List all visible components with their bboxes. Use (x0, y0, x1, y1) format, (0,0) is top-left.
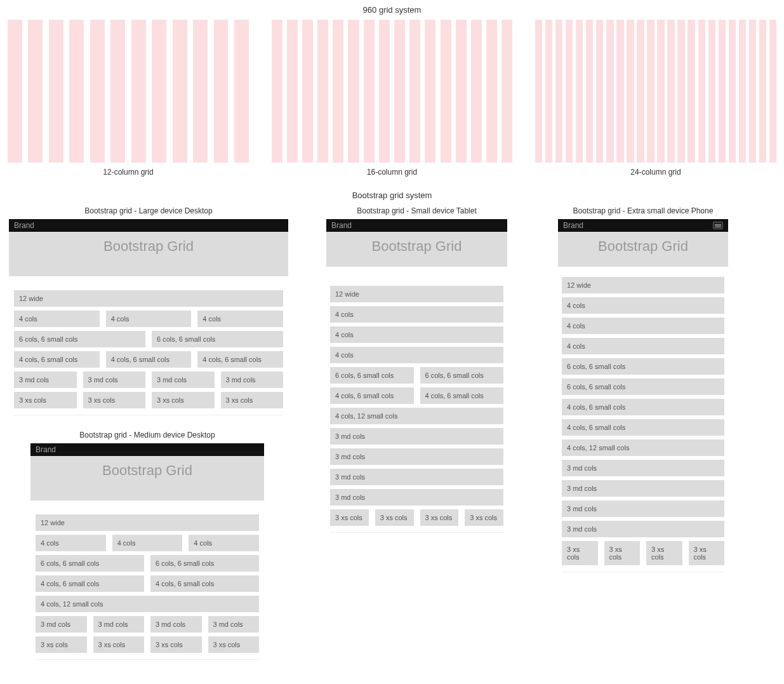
navbar: Brand (9, 219, 288, 232)
grid-column (657, 20, 664, 163)
panel-caption: Bootstrap grid - Medium device Desktop (30, 427, 264, 443)
grid-column (486, 20, 497, 163)
grid-column (173, 20, 187, 163)
grid-column (110, 20, 125, 163)
grid-cell: 3 md cols (221, 372, 284, 388)
grid-cell: 12 wide (562, 277, 724, 293)
grid-column (616, 20, 623, 163)
grid-cell: 4 cols, 6 small cols (14, 351, 100, 368)
grid-column (131, 20, 146, 163)
hamburger-icon[interactable] (713, 222, 723, 229)
navbar: Brand (30, 443, 264, 456)
grid-column (688, 20, 694, 163)
grid-cell: 6 cols, 6 small cols (152, 331, 283, 347)
grid-cell: 3 md cols (330, 448, 503, 465)
grid-column (317, 20, 328, 163)
grid-cell: 4 cols, 6 small cols (150, 575, 259, 592)
grid-column (272, 20, 282, 163)
bootstrap-panels-row: Bootstrap grid - Large device Desktop Br… (0, 203, 784, 671)
grid-column (719, 20, 726, 163)
grid-cell: 3 md cols (562, 480, 724, 497)
grid-cell: 4 cols (36, 535, 106, 551)
grid-cell: 3 xs cols (93, 636, 145, 653)
navbar: Brand (558, 219, 728, 232)
grid-column (769, 20, 776, 163)
grid-cell: 4 cols (330, 347, 503, 363)
grid-cell: 3 xs cols (420, 509, 459, 526)
grid-cell: 3 md cols (562, 500, 724, 517)
grid-cell: 3 md cols (93, 616, 145, 633)
grid-cell: 4 cols (189, 535, 259, 551)
grid-columns (535, 20, 776, 163)
grid-column (759, 20, 766, 163)
grid-cell: 3 md cols (562, 460, 724, 476)
grid-column (566, 20, 573, 163)
grid-cell: 4 cols, 12 small cols (36, 596, 259, 612)
divider (14, 415, 283, 415)
grid-cell: 3 md cols (562, 521, 724, 537)
grid-cell: 4 cols, 6 small cols (330, 387, 414, 404)
grid-demo-12: 12-column grid (8, 20, 249, 182)
grid-cell: 3 md cols (36, 616, 87, 633)
grid-cell: 3 xs cols (465, 509, 503, 526)
grid-cell: 4 cols (330, 326, 503, 343)
grid-column (502, 20, 512, 163)
grid-cell: 3 xs cols (14, 392, 77, 408)
grid-cell: 6 cols, 6 small cols (36, 555, 144, 572)
grid-column (287, 20, 298, 163)
grid-cell: 3 xs cols (152, 392, 215, 408)
grid-cell: 4 cols, 12 small cols (330, 408, 503, 424)
grid-columns (272, 20, 513, 163)
grid-caption: 12-column grid (8, 163, 249, 182)
grid-cell: 3 xs cols (562, 541, 598, 565)
grid-cell: 4 cols, 6 small cols (106, 351, 192, 368)
grid-columns (8, 20, 249, 163)
grid-cell: 3 xs cols (221, 392, 284, 408)
grid-cell: 4 cols, 6 small cols (562, 419, 724, 436)
grid-cell: 6 cols, 6 small cols (562, 358, 724, 375)
grid-column (193, 20, 208, 163)
grid-column (49, 20, 63, 163)
grid-column (647, 20, 654, 163)
panel-caption: Bootstrap grid - Small device Tablet (326, 203, 507, 219)
grid-cell: 3 xs cols (150, 636, 202, 653)
grid-column (69, 20, 84, 163)
grid-caption: 16-column grid (272, 163, 513, 182)
panel-caption: Bootstrap grid - Extra small device Phon… (558, 203, 728, 219)
grid-cell: 3 md cols (150, 616, 202, 633)
grid-demos-row: 12-column grid 16-column grid 24-column … (0, 20, 784, 182)
grid-column (637, 20, 644, 163)
grid-cell: 3 md cols (14, 372, 77, 388)
grid-cell: 4 cols (330, 306, 503, 323)
grid-column (409, 20, 420, 163)
grid-cell: 6 cols, 6 small cols (562, 379, 724, 395)
section-title-960: 960 grid system (0, 0, 784, 20)
divider (562, 572, 724, 572)
grid-cell: 3 xs cols (689, 541, 725, 565)
grid-column (379, 20, 390, 163)
grid-cell: 3 xs cols (604, 541, 641, 565)
grid-cell: 4 cols (112, 535, 183, 551)
grid-column (471, 20, 482, 163)
jumbotron: Bootstrap Grid (326, 232, 507, 267)
brand-label: Brand (14, 221, 34, 230)
grid-cell: 4 cols, 6 small cols (420, 387, 504, 404)
panel-small-tablet: Bootstrap grid - Small device Tablet Bra… (326, 203, 507, 660)
grid-column (555, 20, 562, 163)
panel-large-desktop: Bootstrap grid - Large device Desktop Br… (9, 203, 288, 415)
grid-cell: 3 xs cols (36, 636, 87, 653)
brand-label: Brand (36, 445, 56, 454)
grid-column (729, 20, 736, 163)
grid-cell: 12 wide (36, 514, 259, 531)
panel-medium-desktop: Bootstrap grid - Medium device Desktop B… (30, 427, 264, 660)
grid-column (535, 20, 542, 163)
grid-column (596, 20, 603, 163)
jumbotron: Bootstrap Grid (30, 456, 264, 500)
grid-cell: 3 md cols (152, 372, 215, 388)
section-title-bootstrap: Bootstrap grid system (0, 182, 784, 203)
grid-column (677, 20, 684, 163)
grid-column (606, 20, 613, 163)
grid-cell: 4 cols (562, 318, 724, 334)
grid-cell: 12 wide (330, 286, 503, 302)
grid-column (456, 20, 467, 163)
